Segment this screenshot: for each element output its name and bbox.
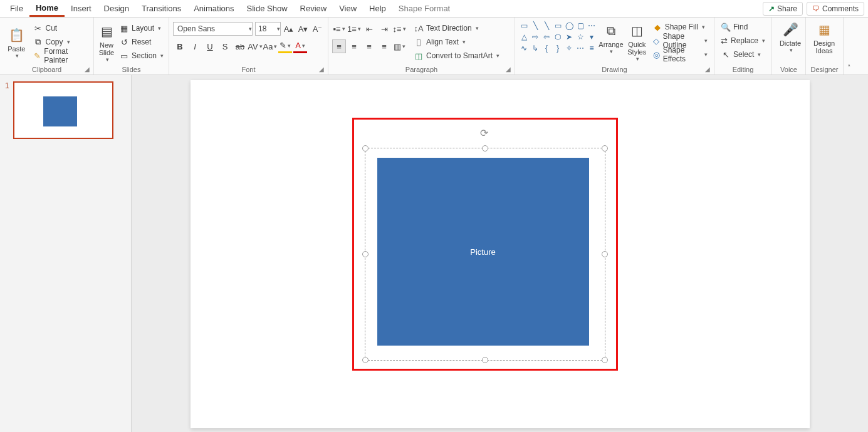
highlight-button[interactable]: ✎▾ [278,39,292,53]
tab-home[interactable]: Home [29,1,65,17]
handle-top-right[interactable] [602,145,608,152]
shape-more4-icon[interactable]: ≡ [587,43,597,53]
shape-line2-icon[interactable]: ╲ [541,21,552,31]
rotate-handle-icon[interactable]: ⟳ [480,127,490,137]
tab-review[interactable]: Review [294,1,333,16]
cut-button[interactable]: ✂ Cut [31,22,90,34]
tab-design[interactable]: Design [98,1,135,16]
shape-curve-icon[interactable]: ∿ [519,43,529,53]
clipboard-dialog-launcher[interactable]: ◢ [85,66,92,73]
line-spacing-button[interactable]: ↕≡▾ [392,22,406,36]
tab-insert[interactable]: Insert [65,1,98,16]
tab-file[interactable]: File [4,1,29,16]
handle-top-middle[interactable] [482,145,488,152]
shape-more2-icon[interactable]: ▾ [587,32,597,42]
shape-rect-icon[interactable]: ▭ [553,21,563,31]
decrease-indent-button[interactable]: ⇤ [362,22,376,36]
shape-roundrect-icon[interactable]: ▢ [575,21,585,31]
tab-view[interactable]: View [333,1,363,16]
tab-help[interactable]: Help [363,1,392,16]
design-ideas-button[interactable]: ▦ Design Ideas [810,19,839,54]
increase-indent-button[interactable]: ⇥ [377,22,391,36]
comments-button[interactable]: 🗨 Comments [807,2,864,16]
shape-triangle-icon[interactable]: △ [519,32,529,42]
font-size-combo[interactable]: 18 ▾ [255,22,281,36]
drawing-dialog-launcher[interactable]: ◢ [705,66,713,73]
share-button[interactable]: ↗ Share [763,2,803,16]
handle-bottom-right[interactable] [602,357,608,363]
shape-textbox-icon[interactable]: ▭ [519,21,529,31]
canvas-area[interactable]: Picture ⟳ [132,75,868,432]
strike-button[interactable]: ab [233,39,247,53]
justify-button[interactable]: ≡ [377,39,391,53]
shape-more3-icon[interactable]: ⋯ [575,43,585,53]
shape-more1-icon[interactable]: ⋯ [587,21,597,31]
bold-button[interactable]: B [173,39,187,53]
shape-arrow-icon[interactable]: ⇨ [530,32,540,42]
text-direction-button[interactable]: ↕A Text Direction ▾ [411,22,502,34]
shape-brace-icon[interactable]: { [541,43,552,53]
shape-connector-icon[interactable]: ↳ [530,43,540,53]
tab-animations[interactable]: Animations [187,1,240,16]
replace-button[interactable]: ⇄ Replace ▾ [718,34,768,47]
thumbnail-panel[interactable]: 1 [0,75,132,432]
reset-button[interactable]: ↺ Reset [117,36,166,48]
copy-button[interactable]: ⧉ Copy ▾ [31,36,90,48]
shrink-font-button[interactable]: A▾ [296,22,310,36]
clear-format-button[interactable]: A⁻ [311,22,324,36]
paragraph-dialog-launcher[interactable]: ◢ [506,66,513,73]
quick-styles-button[interactable]: ◫ Quick Styles ▾ [625,21,649,62]
italic-button[interactable]: I [188,39,202,53]
paste-button[interactable]: 📋 Paste ▾ [4,25,29,59]
align-center-button[interactable]: ≡ [347,39,361,53]
shadow-button[interactable]: S [218,39,232,53]
dictate-button[interactable]: 🎤 Dictate ▾ [776,19,805,53]
shape-arrowblk-icon[interactable]: ➤ [564,32,574,42]
slide[interactable]: Picture ⟳ [191,80,810,428]
shape-callout-icon[interactable]: ✧ [564,43,574,53]
thumbnail-item[interactable]: 1 [5,81,126,139]
align-left-button[interactable]: ≡ [332,39,346,53]
handle-bottom-left[interactable] [362,357,369,363]
numbering-button[interactable]: 1≡▾ [347,22,361,36]
tab-transitions[interactable]: Transitions [135,1,187,16]
font-name-combo[interactable]: Open Sans ▾ [173,22,253,36]
handle-middle-right[interactable] [602,251,608,257]
find-button[interactable]: 🔍 Find [718,21,768,33]
shape-brace2-icon[interactable]: } [553,43,563,53]
font-color-button[interactable]: A▾ [293,39,307,53]
char-spacing-button[interactable]: AV▾ [248,39,262,53]
select-button[interactable]: ↖ Select ▾ [718,48,768,61]
selection-box[interactable]: ⟳ [365,148,605,361]
format-painter-button[interactable]: ✎ Format Painter [31,49,90,62]
arrange-button[interactable]: ⧉ Arrange ▾ [598,21,624,54]
align-right-button[interactable]: ≡ [362,39,376,53]
thumbnail-preview[interactable] [13,81,113,139]
shape-line-icon[interactable]: ╲ [530,21,540,31]
change-case-button[interactable]: Aa▾ [263,39,277,53]
shape-effects-button[interactable]: ◎ Shape Effects ▾ [650,48,710,61]
bullets-button[interactable]: ▪≡▾ [332,22,346,36]
grow-font-button[interactable]: A▴ [282,22,295,36]
shape-hex-icon[interactable]: ⬡ [553,32,563,42]
shapes-gallery[interactable]: ▭ ╲ ╲ ▭ ◯ ▢ ⋯ △ ⇨ ⇦ ⬡ ➤ ☆ ▾ ∿ ↳ { } ✧ ⋯ [519,21,597,53]
shape-arrow2-icon[interactable]: ⇦ [541,32,552,42]
columns-button[interactable]: ▥▾ [392,39,406,53]
tab-shape-format[interactable]: Shape Format [392,1,456,16]
handle-top-left[interactable] [362,145,369,152]
font-dialog-launcher[interactable]: ◢ [319,66,327,73]
collapse-ribbon-button[interactable]: ˄ [844,18,855,75]
shape-oval-icon[interactable]: ◯ [564,21,574,31]
shape-outline-button[interactable]: ◇ Shape Outline ▾ [650,34,710,47]
handle-bottom-middle[interactable] [482,357,488,363]
layout-button[interactable]: ▦ Layout ▾ [117,22,166,34]
section-button[interactable]: ▭ Section ▾ [117,49,166,62]
shape-fill-button[interactable]: ◆ Shape Fill ▾ [650,21,710,33]
handle-middle-left[interactable] [362,251,369,257]
underline-button[interactable]: U [203,39,217,53]
shape-star-icon[interactable]: ☆ [575,32,585,42]
tab-slideshow[interactable]: Slide Show [240,1,293,16]
align-text-button[interactable]: ⌷ Align Text ▾ [411,36,502,48]
new-slide-button[interactable]: ▤ New Slide ▾ [98,21,115,63]
convert-smartart-button[interactable]: ◫ Convert to SmartArt ▾ [411,49,502,62]
